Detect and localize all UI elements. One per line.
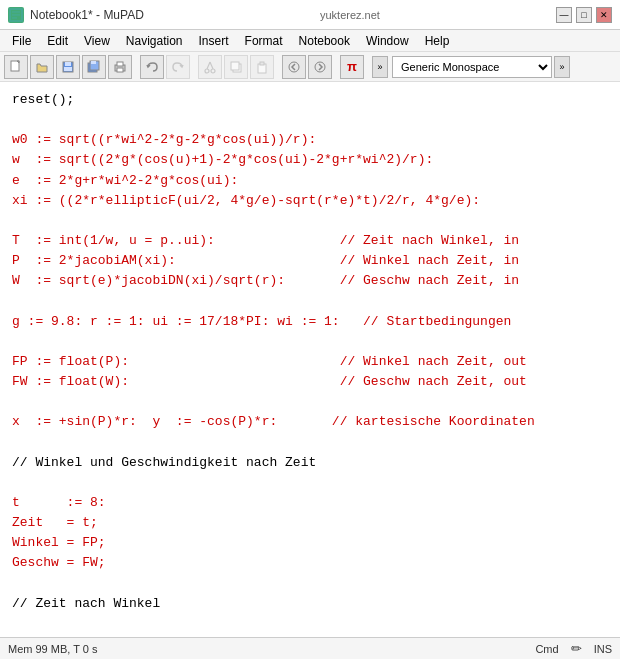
minimize-button[interactable]: — xyxy=(556,7,572,23)
code-line: Winkel = FP; xyxy=(12,533,608,553)
code-line: Geschw = FW; xyxy=(12,553,608,573)
code-line: t := 8: xyxy=(12,493,608,513)
menu-help[interactable]: Help xyxy=(417,32,458,50)
undo-button[interactable] xyxy=(140,55,164,79)
menu-edit[interactable]: Edit xyxy=(39,32,76,50)
code-line: // Winkel und Geschwindigkeit nach Zeit xyxy=(12,453,608,473)
code-line: Zeit = t; xyxy=(12,513,608,533)
svg-rect-22 xyxy=(260,62,264,65)
svg-rect-8 xyxy=(64,67,72,71)
menu-insert[interactable]: Insert xyxy=(191,32,237,50)
code-line xyxy=(12,291,608,311)
menu-format[interactable]: Format xyxy=(237,32,291,50)
code-line xyxy=(12,392,608,412)
titlebar-url: yukterez.net xyxy=(320,9,380,21)
code-line xyxy=(12,110,608,130)
memory-status: Mem 99 MB, T 0 s xyxy=(8,643,97,655)
svg-point-16 xyxy=(211,69,215,73)
menu-window[interactable]: Window xyxy=(358,32,417,50)
window-controls: — □ ✕ xyxy=(556,7,612,23)
code-line: g := 9.8: r := 1: ui := 17/18*PI: wi := … xyxy=(12,312,608,332)
font-selector[interactable]: Generic Monospace Arial Courier New xyxy=(392,56,552,78)
code-line: FP := float(P): // Winkel nach Zeit, out xyxy=(12,352,608,372)
code-line: T := int(1/w, u = p..ui): // Zeit nach W… xyxy=(12,231,608,251)
menu-view[interactable]: View xyxy=(76,32,118,50)
svg-point-23 xyxy=(289,62,299,72)
cmd-status: Cmd xyxy=(535,643,558,655)
maximize-button[interactable]: □ xyxy=(576,7,592,23)
code-line: p := FP: xyxy=(12,634,608,637)
code-line xyxy=(12,432,608,452)
code-line: w := sqrt((2*g*(cos(u)+1)-2*g*cos(ui)-2*… xyxy=(12,150,608,170)
menu-notebook[interactable]: Notebook xyxy=(291,32,358,50)
prev-button[interactable] xyxy=(282,55,306,79)
code-line xyxy=(12,332,608,352)
svg-rect-14 xyxy=(117,68,123,72)
code-line xyxy=(12,211,608,231)
code-line: x := +sin(P)*r: y := -cos(P)*r: // karte… xyxy=(12,412,608,432)
code-line xyxy=(12,614,608,634)
code-line: P := 2*jacobiAM(xi): // Winkel nach Zeit… xyxy=(12,251,608,271)
save-all-button[interactable] xyxy=(82,55,106,79)
titlebar-left: Notebook1* - MuPAD xyxy=(8,7,144,23)
code-line: e := 2*g+r*wi^2-2*g*cos(ui): xyxy=(12,171,608,191)
svg-point-24 xyxy=(315,62,325,72)
close-button[interactable]: ✕ xyxy=(596,7,612,23)
ins-status: INS xyxy=(594,643,612,655)
code-line: FW := float(W): // Geschw nach Zeit, out xyxy=(12,372,608,392)
font-expand-button[interactable]: » xyxy=(554,56,570,78)
code-line: reset(); xyxy=(12,90,608,110)
svg-line-17 xyxy=(207,62,210,69)
code-line: xi := ((2*r*ellipticF(ui/2, 4*g/e)-sqrt(… xyxy=(12,191,608,211)
statusbar: Mem 99 MB, T 0 s Cmd ✏ INS xyxy=(0,637,620,659)
titlebar: Notebook1* - MuPAD yukterez.net — □ ✕ xyxy=(0,0,620,30)
code-editor[interactable]: reset(); w0 := sqrt((r*wi^2-2*g-2*g*cos(… xyxy=(0,82,620,637)
svg-rect-20 xyxy=(231,62,239,70)
code-line: W := sqrt(e)*jacobiDN(xi)/sqrt(r): // Ge… xyxy=(12,271,608,291)
window-title: Notebook1* - MuPAD xyxy=(30,8,144,22)
next-button[interactable] xyxy=(308,55,332,79)
code-line xyxy=(12,473,608,493)
menubar: File Edit View Navigation Insert Format … xyxy=(0,30,620,52)
toolbar-expand-button[interactable]: » xyxy=(372,56,388,78)
toolbar: π » Generic Monospace Arial Courier New … xyxy=(0,52,620,82)
svg-line-18 xyxy=(210,62,213,69)
save-button[interactable] xyxy=(56,55,80,79)
code-line xyxy=(12,573,608,593)
code-line: // Zeit nach Winkel xyxy=(12,594,608,614)
print-button[interactable] xyxy=(108,55,132,79)
open-button[interactable] xyxy=(30,55,54,79)
edit-icon: ✏ xyxy=(571,641,582,656)
paste-button[interactable] xyxy=(250,55,274,79)
code-line: w0 := sqrt((r*wi^2-2*g-2*g*cos(ui))/r): xyxy=(12,130,608,150)
svg-point-15 xyxy=(205,69,209,73)
svg-rect-11 xyxy=(91,61,96,64)
menu-navigation[interactable]: Navigation xyxy=(118,32,191,50)
svg-rect-7 xyxy=(65,62,71,66)
svg-rect-13 xyxy=(117,62,123,66)
copy-button[interactable] xyxy=(224,55,248,79)
new-button[interactable] xyxy=(4,55,28,79)
menu-file[interactable]: File xyxy=(4,32,39,50)
redo-button[interactable] xyxy=(166,55,190,79)
cut-button[interactable] xyxy=(198,55,222,79)
app-icon xyxy=(8,7,24,23)
math-button[interactable]: π xyxy=(340,55,364,79)
statusbar-right: Cmd ✏ INS xyxy=(535,641,612,656)
content-area: reset(); w0 := sqrt((r*wi^2-2*g-2*g*cos(… xyxy=(0,82,620,637)
